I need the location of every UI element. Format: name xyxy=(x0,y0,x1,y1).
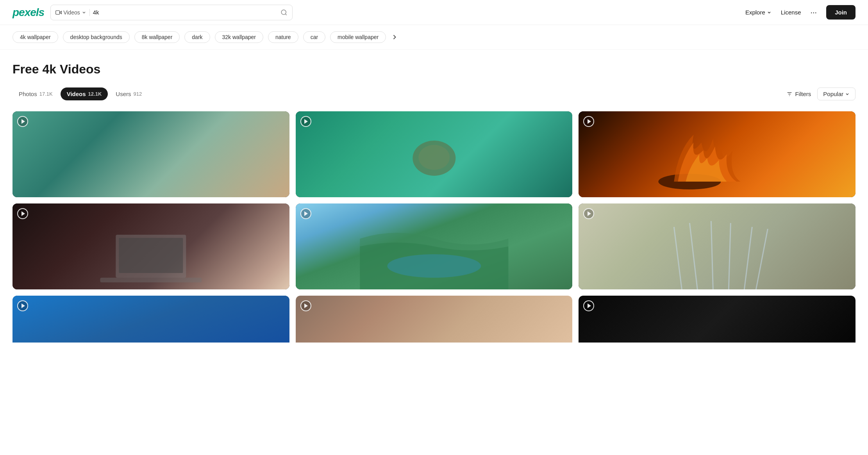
search-type-button[interactable]: Videos xyxy=(55,9,86,16)
nav-right: Explore License ··· Join xyxy=(745,5,855,20)
play-triangle-2 xyxy=(304,119,308,124)
svg-rect-12 xyxy=(100,278,202,282)
fountain-overlay xyxy=(579,203,855,289)
video-card-7[interactable] xyxy=(13,296,289,343)
tag-car[interactable]: car xyxy=(303,31,325,43)
video-card-9[interactable] xyxy=(579,296,855,343)
svg-marker-0 xyxy=(60,11,62,14)
video-card-3[interactable] xyxy=(579,111,855,197)
svg-rect-11 xyxy=(119,238,183,273)
sort-popular-button[interactable]: Popular xyxy=(817,87,855,100)
play-triangle-4 xyxy=(21,211,25,216)
tab-group: Photos 17.1K Videos 12.1K Users 912 xyxy=(13,87,148,100)
video-card-8[interactable] xyxy=(296,296,573,343)
video-icon xyxy=(55,9,62,16)
play-triangle-5 xyxy=(304,211,308,216)
license-button[interactable]: License xyxy=(781,9,801,16)
sort-chevron-icon xyxy=(845,92,850,96)
main-content: Free 4k Videos Photos 17.1K Videos 12.1K… xyxy=(0,50,868,343)
video-thumbnail-3 xyxy=(579,111,855,197)
tab-videos[interactable]: Videos 12.1K xyxy=(61,87,108,100)
filter-row: Photos 17.1K Videos 12.1K Users 912 Filt… xyxy=(13,87,855,100)
laptop-overlay xyxy=(13,203,289,289)
play-icon-8 xyxy=(300,300,311,311)
tag-dark[interactable]: dark xyxy=(184,31,210,43)
play-triangle-7 xyxy=(21,303,25,308)
tab-users[interactable]: Users 912 xyxy=(109,87,148,100)
svg-line-15 xyxy=(690,223,698,289)
svg-point-13 xyxy=(387,254,481,278)
search-type-label: Videos xyxy=(63,9,80,16)
video-thumbnail-2 xyxy=(296,111,573,197)
tags-more-arrow[interactable] xyxy=(391,33,398,41)
play-triangle-6 xyxy=(588,211,591,216)
video-card-5[interactable] xyxy=(296,203,573,289)
tags-bar: 4k wallpaper desktop backgrounds 8k wall… xyxy=(0,25,868,50)
svg-line-14 xyxy=(674,227,682,289)
tag-8k-wallpaper[interactable]: 8k wallpaper xyxy=(134,31,180,43)
video-thumbnail-4 xyxy=(13,203,289,289)
explore-button[interactable]: Explore xyxy=(745,9,772,16)
play-icon-4 xyxy=(17,208,28,219)
filter-icon xyxy=(786,91,793,97)
svg-line-16 xyxy=(711,221,713,289)
play-icon-1 xyxy=(17,116,28,127)
play-triangle-1 xyxy=(21,119,25,124)
video-grid xyxy=(13,111,855,289)
search-bar: Videos xyxy=(50,5,293,20)
svg-line-18 xyxy=(745,227,752,289)
tab-photos[interactable]: Photos 17.1K xyxy=(13,87,59,100)
header: pexels Videos Explore License ··· Join xyxy=(0,0,868,25)
svg-line-17 xyxy=(729,223,731,289)
join-button[interactable]: Join xyxy=(826,5,855,20)
video-overlay-2 xyxy=(296,111,573,197)
svg-rect-1 xyxy=(56,11,60,14)
play-triangle-9 xyxy=(588,303,591,308)
explore-chevron-icon xyxy=(767,10,772,15)
chevron-down-icon xyxy=(82,10,86,15)
right-controls: Filters Popular xyxy=(786,87,855,100)
svg-line-3 xyxy=(286,14,287,15)
video-thumbnail-1 xyxy=(13,111,289,197)
tag-mobile-wallpaper[interactable]: mobile wallpaper xyxy=(330,31,386,43)
search-divider xyxy=(89,9,90,16)
tag-32k-wallpaper[interactable]: 32k wallpaper xyxy=(215,31,263,43)
video-card-1[interactable] xyxy=(13,111,289,197)
svg-line-19 xyxy=(756,229,768,289)
tag-4k-wallpaper[interactable]: 4k wallpaper xyxy=(13,31,58,43)
play-icon-5 xyxy=(300,208,311,219)
tag-nature[interactable]: nature xyxy=(268,31,298,43)
partial-video-row xyxy=(13,296,855,343)
pexels-logo[interactable]: pexels xyxy=(13,6,44,19)
tag-desktop-backgrounds[interactable]: desktop backgrounds xyxy=(63,31,130,43)
arrow-right-icon xyxy=(391,33,398,41)
video-card-2[interactable] xyxy=(296,111,573,197)
video-thumbnail-6 xyxy=(579,203,855,289)
play-icon-7 xyxy=(17,300,28,311)
search-input[interactable] xyxy=(93,9,277,16)
play-triangle-3 xyxy=(588,119,591,124)
video-card-4[interactable] xyxy=(13,203,289,289)
video-thumbnail-5 xyxy=(296,203,573,289)
search-icon xyxy=(280,9,288,16)
more-options-button[interactable]: ··· xyxy=(810,8,817,17)
play-triangle-8 xyxy=(304,303,308,308)
play-icon-2 xyxy=(300,116,311,127)
lake-overlay xyxy=(296,203,573,289)
svg-point-8 xyxy=(418,145,450,170)
page-title: Free 4k Videos xyxy=(13,62,855,77)
fire-overlay xyxy=(579,111,855,197)
video-card-6[interactable] xyxy=(579,203,855,289)
play-icon-9 xyxy=(583,300,594,311)
search-button[interactable] xyxy=(280,9,288,16)
svg-point-2 xyxy=(281,10,286,14)
filters-button[interactable]: Filters xyxy=(786,91,811,97)
